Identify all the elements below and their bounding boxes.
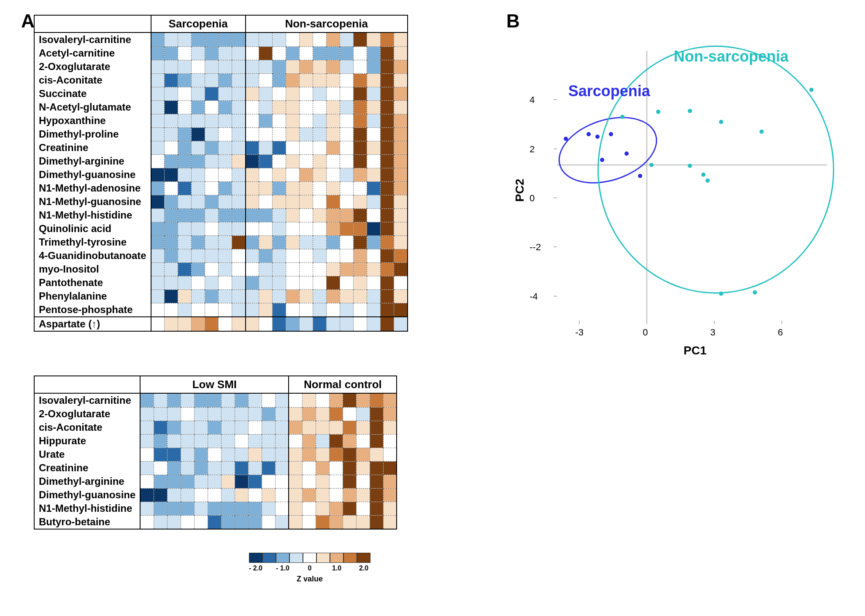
heatmap-cell — [259, 87, 273, 100]
heatmap-cell — [165, 222, 178, 235]
heatmap-cell — [394, 114, 408, 127]
heatmap-cell — [370, 421, 383, 434]
heatmap-cell — [313, 208, 327, 222]
y-tick: -4 — [530, 291, 552, 302]
heatmap-cell — [356, 407, 370, 421]
heatmap-cell — [192, 276, 205, 289]
heatmap-cell — [381, 87, 394, 100]
scatter-point — [649, 163, 654, 167]
heatmap-cell — [367, 249, 381, 262]
scatter-point — [753, 290, 757, 294]
heatmap-cell — [313, 276, 327, 289]
heatmap-cell — [248, 393, 262, 407]
heatmap-cell — [208, 515, 221, 529]
heatmap-cell — [235, 502, 248, 515]
row-label: 4-Guanidinobutanoate — [34, 249, 151, 262]
heatmap-cell — [340, 32, 354, 46]
heatmap-cell — [232, 181, 246, 195]
heatmap-cell — [327, 114, 340, 127]
heatmap-cell — [327, 303, 340, 317]
heatmap-cell — [300, 154, 313, 168]
heatmap-cell — [221, 421, 235, 434]
heatmap-cell — [394, 154, 408, 168]
heatmap-cell — [381, 195, 394, 208]
heatmap-cell — [232, 289, 246, 303]
row-label: Creatinine — [34, 461, 140, 475]
heatmap-cell — [394, 317, 408, 331]
heatmap-cell — [273, 222, 286, 235]
heatmap-cell — [286, 289, 300, 303]
heatmap-cell — [275, 421, 289, 434]
heatmap-cell — [192, 32, 205, 46]
heatmap-cell — [394, 60, 408, 73]
heatmap-cell — [140, 407, 154, 421]
heatmap-cell — [367, 289, 381, 303]
heatmap-cell — [327, 46, 340, 60]
heatmap-cell — [300, 87, 313, 100]
color-legend: - 2.0- 1.001.02.0 Z value — [249, 553, 370, 584]
heatmap-cell — [383, 448, 397, 461]
heatmap-cell — [313, 46, 327, 60]
heatmap-cell — [300, 249, 313, 262]
heatmap-cell — [367, 168, 381, 181]
heatmap-cell — [192, 317, 205, 331]
y-tick: --2 — [530, 242, 552, 253]
column-group-header: Low SMI — [140, 376, 289, 393]
heatmap-cell — [383, 502, 397, 515]
heatmap-cell — [151, 222, 165, 235]
scatter-point — [620, 115, 624, 119]
heatmap-cell — [246, 303, 259, 317]
heatmap-cell — [259, 276, 273, 289]
heatmap-cell — [208, 448, 221, 461]
heatmap-cell — [302, 421, 316, 434]
heatmap-cell — [329, 434, 343, 448]
row-label: Quinolinic acid — [34, 222, 151, 235]
row-label: Succinate — [34, 87, 151, 100]
heatmap-cell — [259, 60, 273, 73]
heatmap-cell — [232, 87, 246, 100]
heatmap-cell — [300, 235, 313, 249]
heatmap-cell — [367, 181, 381, 195]
heatmap-cell — [316, 475, 329, 488]
heatmap-cell — [154, 407, 167, 421]
heatmap-cell — [246, 100, 259, 114]
heatmap-cell — [140, 434, 154, 448]
heatmap-cell — [205, 317, 219, 331]
heatmap-cell — [340, 317, 354, 331]
heatmap-cell — [194, 488, 208, 502]
heatmap-cell — [232, 46, 246, 60]
heatmap-cell — [192, 249, 205, 262]
heatmap-cell — [178, 303, 192, 317]
heatmap-cell — [273, 32, 286, 46]
heatmap-cell — [394, 168, 408, 181]
heatmap-cell — [246, 154, 259, 168]
heatmap-cell — [246, 222, 259, 235]
heatmap-cell — [259, 303, 273, 317]
x-tick: -3 — [575, 327, 584, 338]
heatmap-cell — [286, 249, 300, 262]
heatmap-cell — [248, 407, 262, 421]
heatmap-cell — [246, 317, 259, 331]
heatmap-cell — [219, 127, 232, 141]
heatmap-cell — [246, 60, 259, 73]
heatmap-cell — [208, 475, 221, 488]
heatmap-cell — [219, 181, 232, 195]
heatmap-cell — [232, 317, 246, 331]
row-label: Trimethyl-tyrosine — [34, 235, 151, 249]
group-label: Sarcopenia — [568, 82, 650, 100]
heatmap-cell — [340, 100, 354, 114]
heatmap-cell — [394, 127, 408, 141]
heatmap-cell — [235, 515, 248, 529]
heatmap-cell — [165, 60, 178, 73]
heatmap-cell — [356, 475, 370, 488]
heatmap-cell — [343, 502, 356, 515]
heatmap-cell — [286, 208, 300, 222]
heatmap-cell — [151, 303, 165, 317]
heatmap-cell — [394, 222, 408, 235]
heatmap-cell — [262, 461, 275, 475]
heatmap-cell — [381, 289, 394, 303]
heatmap-cell — [154, 488, 167, 502]
heatmap-cell — [300, 181, 313, 195]
heatmap-cell — [221, 448, 235, 461]
heatmap-cell — [219, 235, 232, 249]
